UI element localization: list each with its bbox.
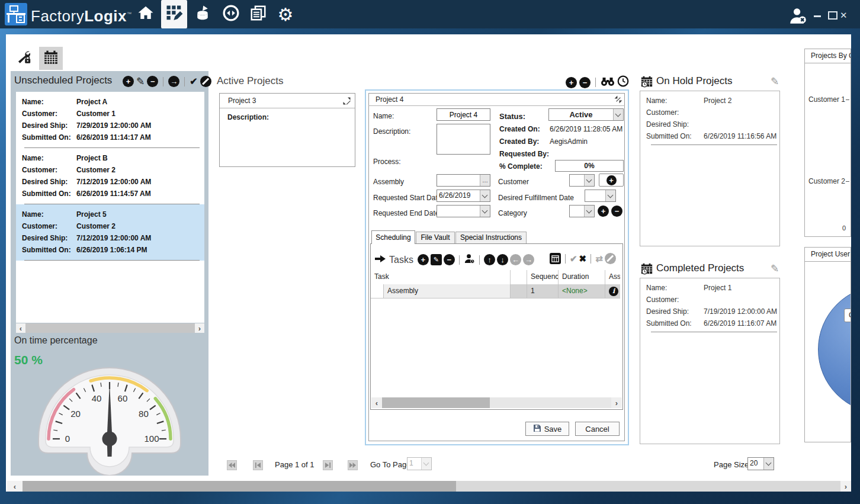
edit-task-icon[interactable]: ✎ <box>431 254 442 265</box>
column-header-assigned[interactable]: Assi <box>605 270 620 284</box>
activate-project-icon[interactable]: → <box>168 76 179 87</box>
add-task-icon[interactable]: + <box>418 254 429 265</box>
cancel-button[interactable]: Cancel <box>575 422 620 436</box>
status-combobox[interactable]: Active <box>548 108 624 121</box>
approve-check-icon[interactable]: ✔ <box>190 76 197 87</box>
column-header-sequence[interactable]: Sequence <box>527 270 559 284</box>
list-item[interactable]: Name:Project 2 Customer: Desired Ship: S… <box>640 91 779 145</box>
toolbar-divider <box>591 254 591 264</box>
tab-file-vault[interactable]: File Vault <box>416 232 455 244</box>
column-header-blank[interactable] <box>511 270 527 284</box>
table-row[interactable]: Assembly 1 <None> i <box>371 284 620 298</box>
move-right-icon[interactable]: → <box>523 254 534 265</box>
column-header-duration[interactable]: Duration <box>559 270 605 284</box>
accept-check-icon[interactable]: ✔ <box>570 253 577 264</box>
nav-documents-button[interactable] <box>245 0 271 28</box>
expand-icon[interactable] <box>342 96 351 110</box>
edit-on-hold-icon[interactable]: ✎ <box>771 76 779 87</box>
status-value: Active <box>549 109 613 120</box>
requested-end-combobox[interactable] <box>437 205 490 217</box>
last-page-button[interactable] <box>348 460 358 470</box>
maximize-button[interactable] <box>828 11 837 20</box>
horizontal-scrollbar-thumb[interactable] <box>25 323 195 333</box>
project3-card[interactable]: Project 3 Description: <box>219 93 355 167</box>
nav-transfer-button[interactable] <box>218 0 244 28</box>
minimize-button[interactable] <box>814 15 821 17</box>
row-indent-cell <box>371 284 384 298</box>
toolbar-divider <box>163 77 163 86</box>
requested-start-combobox[interactable]: 6/26/2019 <box>437 190 490 202</box>
chevron-down-icon[interactable] <box>421 458 431 470</box>
add-category-icon[interactable]: + <box>598 206 609 217</box>
process-label: Process: <box>373 158 401 166</box>
remove-active-icon[interactable]: − <box>579 77 591 88</box>
chevron-down-icon[interactable] <box>613 109 623 120</box>
move-up-icon[interactable]: ↑ <box>484 254 495 265</box>
chevron-down-icon[interactable] <box>480 190 490 201</box>
assign-user-icon[interactable] <box>464 253 475 267</box>
unscheduled-toolbar: + ✎ − → ✔ <box>123 76 211 87</box>
tasks-scrollbar-thumb[interactable] <box>382 397 490 408</box>
tasks-scroll-left-button[interactable]: ‹ <box>371 397 382 408</box>
bottom-scroll-left-button[interactable]: ‹ <box>7 481 23 492</box>
info-icon[interactable]: i <box>609 287 618 296</box>
move-left-icon[interactable]: ← <box>510 254 521 265</box>
tab-special-instructions[interactable]: Special Instructions <box>455 232 527 244</box>
customer-combobox[interactable] <box>569 174 595 187</box>
list-item-selected[interactable]: Name:Project 5 Customer:Customer 2 Desir… <box>16 204 204 261</box>
name-input[interactable]: Project 4 <box>437 108 490 121</box>
nav-scheduling-button[interactable] <box>161 0 187 28</box>
search-binoculars-icon[interactable] <box>601 76 615 89</box>
tab-scheduling-board[interactable] <box>39 47 63 70</box>
scroll-left-button[interactable]: ‹ <box>16 323 25 333</box>
move-down-icon[interactable]: ↓ <box>497 254 508 265</box>
logout-user-button[interactable] <box>788 6 808 28</box>
assembly-browse-button[interactable]: … <box>480 175 490 186</box>
previous-page-button[interactable] <box>253 460 263 470</box>
list-item[interactable]: Name:Project B Customer:Customer 2 Desir… <box>16 148 204 204</box>
nav-home-button[interactable] <box>133 0 159 28</box>
edit-project-icon[interactable]: ✎ <box>136 76 145 87</box>
remove-project-icon[interactable]: − <box>147 76 158 87</box>
desired-fulfillment-combobox[interactable] <box>585 190 616 202</box>
tab-scheduling[interactable]: Scheduling <box>371 230 415 244</box>
add-customer-button[interactable]: + <box>599 174 624 187</box>
history-clock-icon[interactable] <box>617 75 629 89</box>
svg-text:60: 60 <box>118 393 128 403</box>
collapse-icon[interactable] <box>614 95 623 107</box>
list-item[interactable]: Name:Project A Customer:Customer 1 Desir… <box>16 92 204 148</box>
remove-task-icon[interactable]: − <box>444 254 455 265</box>
chevron-down-icon[interactable] <box>605 190 615 201</box>
first-page-button[interactable] <box>227 460 237 470</box>
cancel-x-icon[interactable]: ✖ <box>579 253 587 264</box>
goto-page-combobox[interactable]: 1 <box>407 457 432 470</box>
nav-materials-button[interactable] <box>190 0 216 28</box>
schedule-calendar-icon[interactable] <box>550 253 561 264</box>
assembly-input[interactable]: … <box>437 174 490 187</box>
shuffle-icon[interactable]: ⇄ <box>595 253 603 264</box>
list-item[interactable]: Name:Project 1 Customer: Desired Ship:7/… <box>640 278 779 332</box>
close-button[interactable]: ✕ <box>840 10 848 21</box>
bottom-scroll-right-button[interactable]: › <box>840 481 851 492</box>
chevron-down-icon[interactable] <box>763 458 774 470</box>
next-page-button[interactable] <box>323 460 333 470</box>
add-active-icon[interactable]: + <box>566 77 577 88</box>
nav-settings-button[interactable]: ⚙ <box>272 0 299 28</box>
save-button[interactable]: Save <box>525 422 569 436</box>
decline-slash-icon[interactable] <box>200 76 211 87</box>
remove-category-icon[interactable]: − <box>611 206 622 217</box>
clear-slash-icon[interactable] <box>605 253 616 264</box>
page-size-combobox[interactable]: 20 <box>747 457 774 470</box>
tasks-scroll-right-button[interactable]: › <box>611 397 622 408</box>
add-project-icon[interactable]: + <box>123 76 134 87</box>
chevron-down-icon[interactable] <box>480 206 490 217</box>
description-textarea[interactable] <box>437 124 490 155</box>
chevron-down-icon[interactable] <box>584 175 594 186</box>
tab-administration[interactable] <box>11 47 37 70</box>
bottom-scrollbar-thumb[interactable] <box>23 481 456 492</box>
category-combobox[interactable] <box>569 205 595 217</box>
edit-completed-icon[interactable]: ✎ <box>771 263 779 274</box>
column-header-task[interactable]: Task <box>371 270 511 284</box>
chevron-down-icon[interactable] <box>584 206 594 217</box>
scroll-right-button[interactable]: › <box>195 323 204 333</box>
